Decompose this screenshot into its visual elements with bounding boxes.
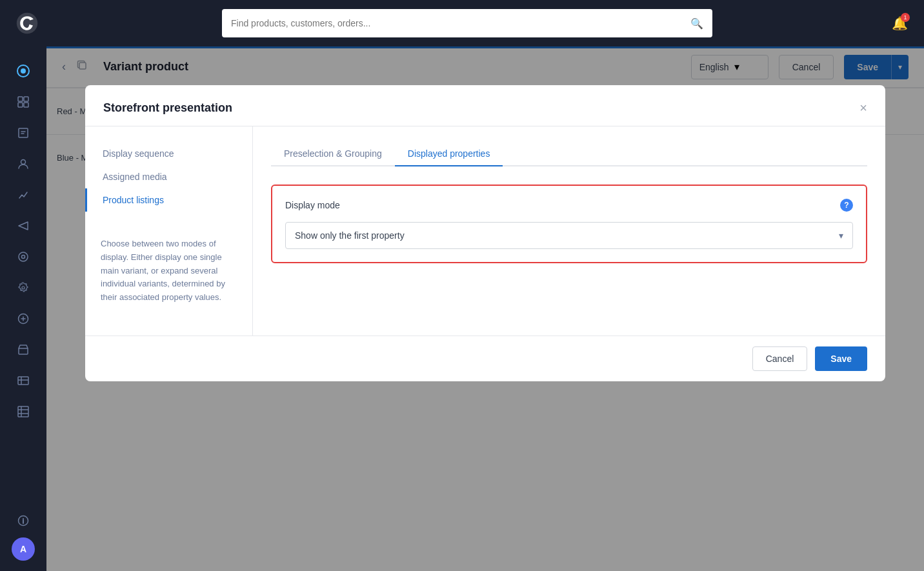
- display-mode-section: Display mode ? Show only the first prope…: [271, 185, 867, 263]
- sidebar-item-grid2[interactable]: [9, 397, 37, 426]
- sidebar-item-info[interactable]: [9, 506, 37, 535]
- sidebar-item-users[interactable]: [9, 150, 37, 178]
- nav-item-product-listings[interactable]: Product listings: [85, 188, 252, 212]
- nav-item-display-sequence[interactable]: Display sequence: [85, 142, 252, 165]
- modal-tabs: Preselection & Grouping Displayed proper…: [271, 142, 867, 166]
- svg-point-9: [19, 252, 28, 261]
- modal-title: Storefront presentation: [103, 101, 232, 125]
- modal-header: Storefront presentation ×: [85, 85, 885, 126]
- footer-save-button[interactable]: Save: [815, 346, 867, 371]
- svg-rect-14: [18, 406, 28, 417]
- avatar[interactable]: A: [12, 537, 35, 561]
- modal-close-button[interactable]: ×: [859, 101, 867, 126]
- search-container: 🔍: [222, 9, 712, 37]
- modal-content: Preselection & Grouping Displayed proper…: [253, 126, 885, 336]
- sidebar: A: [0, 46, 46, 571]
- modal-help-text: Choose between two modes of display. Eit…: [85, 222, 252, 320]
- sidebar-item-table[interactable]: [9, 366, 37, 395]
- svg-rect-3: [18, 97, 23, 101]
- modal-body: Display sequence Assigned media Product …: [85, 126, 885, 336]
- svg-rect-5: [18, 103, 23, 107]
- sidebar-item-add[interactable]: [9, 305, 37, 333]
- display-mode-label: Display mode: [285, 200, 340, 210]
- footer-cancel-button[interactable]: Cancel: [752, 346, 808, 371]
- modal-overlay: Storefront presentation × Display sequen…: [46, 46, 924, 571]
- search-box[interactable]: 🔍: [222, 9, 712, 37]
- modal-sidebar: Display sequence Assigned media Product …: [85, 126, 253, 336]
- sidebar-item-products[interactable]: [9, 119, 37, 147]
- notification-button[interactable]: 🔔 1: [888, 12, 911, 35]
- svg-point-8: [21, 160, 26, 165]
- modal-footer: Cancel Save: [85, 336, 885, 381]
- top-bar: 🔍 🔔 1: [0, 0, 924, 46]
- sidebar-item-reports[interactable]: [9, 181, 37, 209]
- search-icon: 🔍: [690, 17, 703, 30]
- sidebar-item-grid[interactable]: [9, 88, 37, 116]
- svg-point-2: [21, 68, 26, 74]
- sidebar-item-shop[interactable]: [9, 336, 37, 364]
- tab-displayed-properties[interactable]: Displayed properties: [395, 142, 503, 166]
- sidebar-item-dashboard[interactable]: [9, 57, 37, 85]
- storefront-modal: Storefront presentation × Display sequen…: [85, 85, 885, 381]
- svg-rect-6: [24, 103, 28, 107]
- svg-point-11: [22, 286, 25, 289]
- nav-item-assigned-media[interactable]: Assigned media: [85, 165, 252, 188]
- sidebar-item-settings-circle[interactable]: [9, 243, 37, 271]
- logo: [13, 9, 41, 37]
- display-mode-value: Show only the first property: [295, 230, 405, 241]
- svg-rect-13: [18, 377, 28, 385]
- svg-point-10: [22, 255, 25, 259]
- tab-preselection-grouping[interactable]: Preselection & Grouping: [271, 142, 395, 166]
- chevron-down-icon: ▾: [839, 230, 843, 241]
- svg-rect-4: [24, 97, 28, 101]
- search-input[interactable]: [231, 18, 684, 28]
- display-mode-header: Display mode ?: [285, 199, 853, 212]
- help-icon[interactable]: ?: [840, 199, 853, 212]
- top-bar-actions: 🔔 1: [888, 12, 911, 35]
- display-mode-select[interactable]: Show only the first property ▾: [285, 222, 853, 249]
- svg-rect-7: [19, 128, 28, 137]
- sidebar-item-marketing[interactable]: [9, 212, 37, 240]
- notification-badge: 1: [901, 13, 910, 22]
- main-content: ‹ Variant product English ▾ Cancel Save …: [46, 46, 924, 571]
- svg-point-0: [17, 13, 37, 34]
- sidebar-item-settings[interactable]: [9, 274, 37, 302]
